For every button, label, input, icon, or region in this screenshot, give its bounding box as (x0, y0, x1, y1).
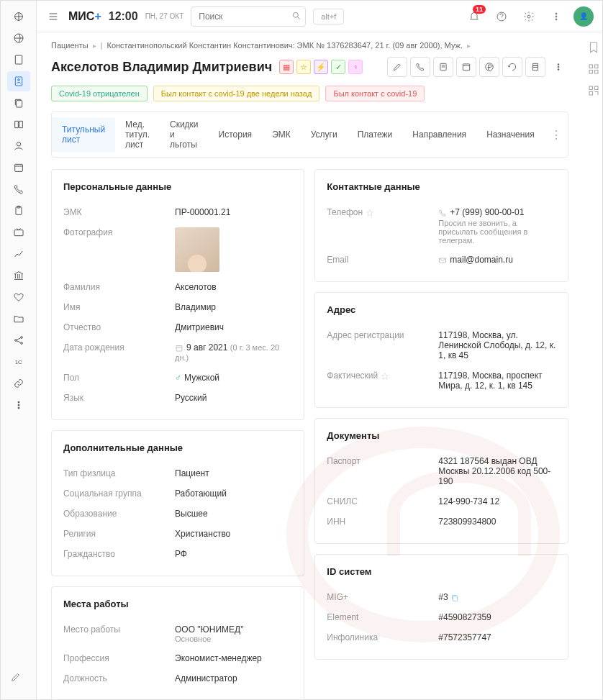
bell-icon[interactable]: 11 (464, 6, 484, 27)
heart-icon[interactable] (7, 287, 30, 307)
breadcrumb-patients[interactable]: Пациенты (51, 41, 89, 50)
tv-icon[interactable] (7, 222, 30, 242)
ids-card: ID систем MIG+#3 Element#4590827359 Инфо… (314, 554, 568, 660)
reg-value: 117198, Москва, ул. Ленинской Слободы, д… (438, 330, 556, 360)
chart-icon[interactable] (7, 244, 30, 264)
settings-icon[interactable] (519, 6, 539, 27)
svg-point-15 (18, 401, 19, 403)
bank-icon[interactable] (7, 265, 30, 286)
link-icon[interactable] (7, 373, 30, 394)
email-label: Email (327, 255, 438, 265)
tab-emk[interactable]: ЭМК (262, 122, 301, 147)
title-badges: ▦ ☆ ⚡ ✓ ♀ (279, 60, 363, 74)
tab-medtitle[interactable]: Мед. титул. лист (115, 112, 160, 157)
contact-card: Контактные данные Телефон+7 (999) 900-00… (314, 169, 568, 282)
svg-point-6 (17, 142, 20, 146)
search-input[interactable] (191, 6, 306, 27)
tab-title[interactable]: Титульный лист (52, 117, 115, 152)
breadcrumb-patient[interactable]: Константинопольский Константин Константи… (106, 41, 462, 50)
docs-card: Документы Паспорт4321 187564 выдан ОВД М… (314, 418, 568, 544)
svg-point-18 (294, 12, 299, 17)
svg-rect-10 (14, 230, 23, 236)
address-title: Адрес (327, 304, 556, 315)
1c-icon[interactable]: 1C (7, 352, 30, 372)
ruble-button[interactable] (479, 57, 499, 77)
inn-label: ИНН (327, 517, 438, 527)
file-icon[interactable] (7, 50, 30, 70)
photo-label: Фотография (63, 227, 175, 272)
badge-check[interactable]: ✓ (331, 60, 345, 74)
doc-button[interactable] (433, 57, 453, 77)
tab-discounts[interactable]: Скидки и льготы (160, 112, 209, 157)
mail-icon (438, 256, 447, 265)
tab-assignments[interactable]: Назначения (476, 122, 545, 147)
star-icon (381, 372, 389, 381)
more-icon[interactable] (7, 395, 30, 415)
grid-icon[interactable] (587, 63, 602, 77)
passport-value: 4321 187564 выдан ОВД Москвы 20.12.2006 … (438, 456, 556, 486)
badge-red[interactable]: ▦ (279, 60, 294, 74)
qr-icon[interactable] (587, 84, 602, 99)
social-label: Социальная группа (63, 488, 175, 499)
lang-value: Русский (175, 393, 292, 403)
page-title: Акселотов Владимир Дмитриевич (51, 60, 272, 75)
prof-label: Профессия (63, 653, 175, 663)
user-avatar[interactable]: 👤 (573, 6, 594, 27)
tab-services[interactable]: Услуги (301, 122, 348, 147)
hotkey-hint: alt+f (313, 9, 344, 24)
print-button[interactable] (525, 57, 545, 77)
svg-point-23 (556, 19, 557, 20)
citizen-label: Гражданство (63, 549, 175, 559)
tab-referrals[interactable]: Направления (402, 122, 476, 147)
call-button[interactable] (410, 57, 430, 77)
lang-label: Язык (63, 393, 175, 403)
covid-negative-tag: Covid-19 отрицателен (51, 86, 148, 101)
user-icon[interactable] (7, 136, 30, 156)
reload-button[interactable] (502, 57, 522, 77)
book-icon[interactable] (7, 114, 30, 135)
fact-label: Фактический (327, 371, 438, 391)
notification-badge: 11 (473, 5, 486, 14)
phone-value: +7 (999) 900-00-01Просил не звонить, а п… (438, 207, 556, 245)
tab-payments[interactable]: Платежи (348, 122, 403, 147)
help-icon[interactable] (491, 6, 512, 27)
tabs-more[interactable]: ⋮ (545, 128, 568, 142)
calendar-icon[interactable] (7, 158, 30, 178)
share-icon[interactable] (7, 330, 30, 350)
address-card: Адрес Адрес регистрации117198, Москва, у… (314, 292, 568, 408)
badge-award[interactable]: ♀ (348, 60, 363, 74)
calendar-button[interactable] (456, 57, 476, 77)
svg-rect-5 (16, 101, 22, 107)
svg-rect-39 (594, 86, 598, 90)
covid-contact-tag: Был контакт с covid-19 (325, 86, 425, 101)
svg-rect-32 (440, 258, 446, 263)
work-card: Места работы Место работыООО "ЮНИМЕД"Осн… (51, 586, 304, 699)
phone-icon[interactable] (7, 179, 30, 199)
badge-star[interactable]: ☆ (296, 60, 311, 74)
mig-value: #3 (438, 592, 556, 602)
svg-rect-37 (594, 71, 598, 74)
svg-rect-27 (532, 68, 538, 71)
menu-icon[interactable] (7, 6, 30, 27)
more-button[interactable] (548, 57, 568, 77)
edit-button[interactable] (387, 57, 407, 77)
search-icon (291, 11, 302, 21)
svg-rect-36 (589, 71, 593, 74)
globe-icon[interactable] (7, 28, 30, 48)
profile-icon[interactable] (7, 71, 30, 91)
svg-point-26 (485, 63, 493, 71)
folder-icon[interactable] (7, 309, 30, 329)
bookmark-icon[interactable] (587, 41, 602, 55)
edit-pencil-icon[interactable] (10, 671, 26, 687)
info-label: Инфолиника (327, 632, 438, 642)
clock-date: пн, 27 окт (145, 12, 184, 20)
edu-value: Высшее (175, 509, 292, 519)
hamburger-icon[interactable] (45, 6, 61, 27)
badge-bolt[interactable]: ⚡ (314, 60, 328, 74)
copy-icon[interactable] (7, 93, 30, 113)
clipboard-icon[interactable] (7, 201, 30, 221)
tab-history[interactable]: История (209, 122, 263, 147)
copy-small-icon[interactable] (450, 594, 459, 602)
menu-dots-icon[interactable] (546, 6, 566, 27)
svg-point-20 (527, 15, 530, 18)
